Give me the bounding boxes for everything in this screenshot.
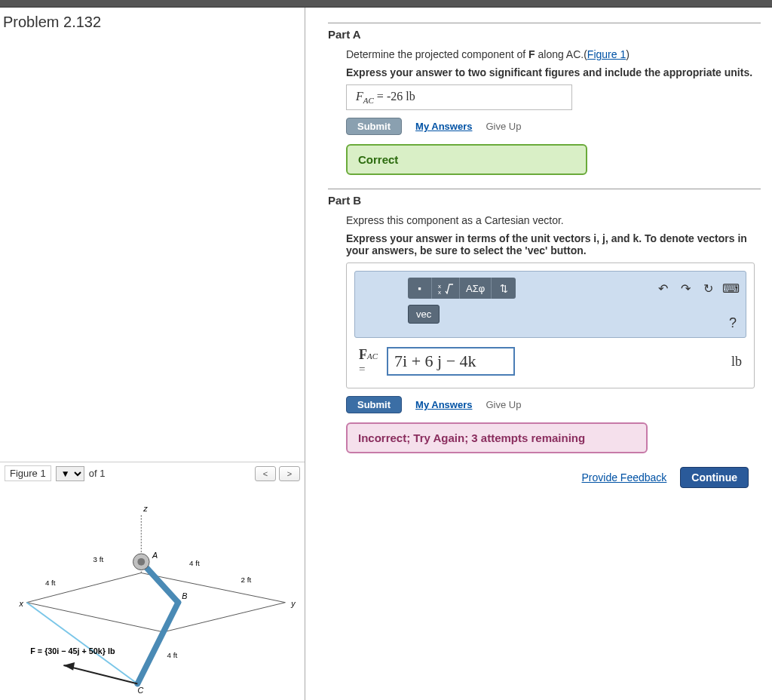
part-b-body: Express this component as a Cartesian ve… <box>328 214 761 488</box>
answer-input[interactable]: 7i + 6 j − 4k <box>387 347 515 376</box>
svg-line-10 <box>63 665 137 684</box>
svg-text:B: B <box>182 591 187 600</box>
template-buttons: ▪ xx ΑΣφ ⇅ <box>408 278 516 299</box>
answer-sub: AC <box>363 96 374 105</box>
redo-icon[interactable]: ↷ <box>678 281 693 295</box>
answer-variable: FAC= <box>359 347 378 376</box>
part-b-my-answers-link[interactable]: My Answers <box>415 399 472 410</box>
arrows-icon[interactable]: ⇅ <box>492 278 516 299</box>
part-b-requirements: Express your answer in terms of the unit… <box>346 232 755 256</box>
part-a-my-answers-link[interactable]: My Answers <box>415 121 472 132</box>
figure-panel: Figure 1 ▼ of 1 < > <box>0 462 305 700</box>
toolbar-right: ↶ ↷ ↻ ⌨ <box>655 281 738 295</box>
dim-d: 2 ft <box>241 576 252 584</box>
svg-text:x: x <box>438 289 441 294</box>
right-panel: Part A Determine the projected component… <box>305 8 772 700</box>
figure-nav: < > <box>255 466 300 481</box>
part-b-give-up-link[interactable]: Give Up <box>486 399 521 410</box>
figure-header: Figure 1 ▼ of 1 < > <box>5 465 300 481</box>
figure-link[interactable]: Figure 1 <box>587 48 626 60</box>
figure-count: of 1 <box>89 468 106 479</box>
svg-text:A: A <box>152 551 158 560</box>
toolbar-row-1: ▪ xx ΑΣφ ⇅ ↶ ↷ ↻ ⌨ <box>408 278 738 299</box>
text: Determine the projected component of <box>346 48 528 60</box>
answer-sub: AC <box>367 352 378 361</box>
svg-text:y: y <box>290 599 296 608</box>
svg-point-9 <box>137 558 145 566</box>
part-b-instruction: Express this component as a Cartesian ve… <box>346 214 755 226</box>
figure-prev-button[interactable]: < <box>255 466 276 481</box>
unit-label: lb <box>731 354 742 370</box>
dim-c: 4 ft <box>189 559 200 567</box>
svg-line-0 <box>26 573 141 603</box>
equals: = <box>377 90 387 103</box>
svg-text:C: C <box>137 686 143 695</box>
reset-icon[interactable]: ↻ <box>700 281 715 295</box>
figure-svg: x y z A B C 3 ft 4 ft 4 ft 2 ft 4 ft F =… <box>5 486 300 697</box>
toolbar-row-2: vec <box>408 305 738 324</box>
template-icon[interactable]: ▪ <box>408 278 432 299</box>
answer-var: F <box>359 347 367 362</box>
window-top-bar <box>0 0 772 8</box>
text: ) <box>626 48 630 60</box>
vec-button[interactable]: vec <box>408 305 440 324</box>
force-label: F = {30i − 45j + 50k} lb <box>30 646 115 655</box>
figure-select[interactable]: ▼ <box>56 466 84 481</box>
answer-var: F <box>356 90 363 103</box>
left-panel: Problem 2.132 Figure 1 ▼ of 1 < > <box>0 8 305 700</box>
problem-title: Problem 2.132 <box>0 8 305 37</box>
divider <box>328 189 761 189</box>
part-a-feedback: Correct <box>346 144 587 175</box>
part-a-answer-box: FAC = -26 lb <box>346 84 572 110</box>
force-symbol: F <box>528 48 535 60</box>
part-b-feedback: Incorrect; Try Again; 3 attempts remaini… <box>346 422 648 453</box>
help-icon[interactable]: ? <box>729 315 737 331</box>
figure-label: Figure 1 <box>5 465 51 481</box>
divider <box>328 23 761 23</box>
main-layout: Problem 2.132 Figure 1 ▼ of 1 < > <box>0 8 772 700</box>
svg-text:x: x <box>19 599 24 608</box>
keyboard-icon[interactable]: ⌨ <box>723 281 738 295</box>
undo-icon[interactable]: ↶ <box>655 281 670 295</box>
editor-toolbar: ▪ xx ΑΣφ ⇅ ↶ ↷ ↻ ⌨ <box>354 271 746 338</box>
provide-feedback-link[interactable]: Provide Feedback <box>582 471 667 484</box>
part-a-instruction: Determine the projected component of F a… <box>346 48 755 60</box>
figure-image: x y z A B C 3 ft 4 ft 4 ft 2 ft 4 ft F =… <box>5 486 300 697</box>
svg-line-2 <box>164 603 286 632</box>
equation-editor: ▪ xx ΑΣφ ⇅ ↶ ↷ ↻ ⌨ <box>346 262 755 388</box>
greek-symbols-button[interactable]: ΑΣφ <box>460 278 492 299</box>
svg-text:z: z <box>142 504 148 513</box>
part-b-submit-button[interactable]: Submit <box>346 396 402 413</box>
dim-a: 3 ft <box>93 555 104 563</box>
figure-next-button[interactable]: > <box>279 466 300 481</box>
text: along AC.( <box>535 48 587 60</box>
part-b-heading: Part B <box>328 194 761 207</box>
fraction-root-icon[interactable]: xx <box>432 278 460 299</box>
part-a-buttons: Submit My Answers Give Up <box>346 118 755 135</box>
left-spacer <box>0 37 305 462</box>
part-b-buttons: Submit My Answers Give Up <box>346 396 755 413</box>
dim-b: 4 ft <box>45 579 56 587</box>
svg-line-6 <box>137 603 178 684</box>
part-a-requirements: Express your answer to two significant f… <box>346 66 755 78</box>
dim-e: 4 ft <box>167 651 178 659</box>
continue-button[interactable]: Continue <box>680 467 749 488</box>
footer-row: Provide Feedback Continue <box>346 467 755 488</box>
part-a-body: Determine the projected component of F a… <box>328 48 761 175</box>
answer-row: FAC= 7i + 6 j − 4k lb <box>354 347 746 380</box>
part-a-give-up-link[interactable]: Give Up <box>486 121 521 132</box>
part-a-submit-button[interactable]: Submit <box>346 118 402 135</box>
part-a-heading: Part A <box>328 28 761 41</box>
part-a-answer-value: -26 lb <box>387 90 415 103</box>
